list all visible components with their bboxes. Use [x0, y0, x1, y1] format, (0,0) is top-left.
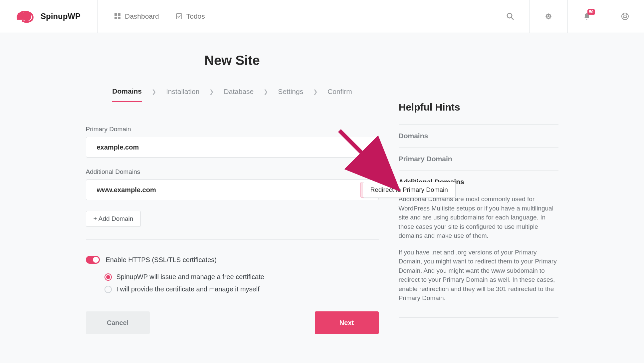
search-icon — [506, 12, 514, 20]
cert-auto-label: SpinupWP will issue and manage a free ce… — [116, 273, 264, 281]
svg-point-8 — [547, 15, 549, 17]
step-confirm[interactable]: Confirm — [327, 85, 352, 102]
chevron-right-icon: ❯ — [264, 89, 268, 98]
chevron-right-icon: ❯ — [209, 89, 214, 98]
logo[interactable]: SpinupWP — [0, 0, 98, 33]
svg-point-11 — [624, 15, 626, 18]
svg-line-14 — [623, 17, 624, 19]
nav-dashboard-label: Dashboard — [125, 12, 159, 20]
svg-point-6 — [507, 13, 512, 18]
step-domains[interactable]: Domains — [112, 85, 142, 102]
hint-domains[interactable]: Domains — [399, 124, 558, 147]
svg-line-13 — [626, 14, 627, 15]
main-column: New Site Domains ❯ Installation ❯ Databa… — [86, 53, 379, 334]
lifebuoy-icon — [621, 12, 629, 20]
svg-rect-5 — [176, 14, 182, 19]
radio-selected-icon — [105, 273, 112, 281]
step-installation[interactable]: Installation — [166, 85, 199, 102]
header-right: 50 — [491, 0, 644, 33]
hint-primary-label: Primary Domain — [399, 155, 558, 163]
hint-domains-label: Domains — [399, 132, 558, 140]
redirect-tooltip: Redirect to Primary Domain — [363, 182, 456, 198]
brand-name: SpinupWP — [41, 12, 81, 21]
nav-todos[interactable]: Todos — [176, 12, 205, 20]
app-header: SpinupWP Dashboard Todos 50 — [0, 0, 644, 33]
https-toggle-label: Enable HTTPS (SSL/TLS certificates) — [106, 256, 217, 264]
notifications-button[interactable]: 50 — [567, 0, 606, 33]
spinupwp-logo-icon — [17, 9, 35, 24]
primary-domain-group: Primary Domain — [86, 126, 379, 158]
https-toggle[interactable] — [86, 256, 100, 264]
step-database[interactable]: Database — [224, 85, 254, 102]
chevron-right-icon: ❯ — [152, 89, 156, 98]
svg-line-12 — [623, 14, 624, 15]
footer-buttons: Cancel Next — [86, 311, 379, 334]
hint-bottom-divider — [399, 317, 558, 318]
add-domain-button[interactable]: + Add Domain — [86, 211, 141, 227]
svg-point-0 — [22, 12, 31, 21]
cert-manual-radio[interactable]: I will provide the certificate and manag… — [105, 285, 379, 293]
step-settings[interactable]: Settings — [278, 85, 303, 102]
https-toggle-row: Enable HTTPS (SSL/TLS certificates) — [86, 256, 379, 264]
svg-rect-3 — [114, 17, 117, 19]
hint-p1: Additional Domains are most commonly use… — [399, 194, 558, 240]
divider — [86, 239, 379, 240]
content: New Site Domains ❯ Installation ❯ Databa… — [0, 33, 644, 334]
dashboard-icon — [114, 13, 121, 20]
additional-domain-input[interactable] — [86, 180, 379, 200]
help-button[interactable] — [606, 0, 644, 33]
svg-line-7 — [511, 17, 514, 20]
hints-title: Helpful Hints — [399, 102, 558, 113]
main-nav: Dashboard Todos — [98, 0, 491, 33]
next-button[interactable]: Next — [315, 311, 379, 334]
hint-primary-domain[interactable]: Primary Domain — [399, 147, 558, 170]
primary-domain-label: Primary Domain — [86, 126, 379, 133]
radio-unselected-icon — [105, 286, 112, 293]
additional-domains-group: Additional Domains Redirect to Primary D… — [86, 168, 379, 200]
svg-line-15 — [626, 17, 627, 19]
cert-auto-radio[interactable]: SpinupWP will issue and manage a free ce… — [105, 273, 379, 281]
primary-domain-input[interactable] — [86, 137, 379, 158]
additional-domains-label: Additional Domains — [86, 168, 379, 176]
svg-rect-1 — [114, 13, 117, 16]
settings-button[interactable] — [529, 0, 567, 33]
cert-radio-group: SpinupWP will issue and manage a free ce… — [86, 273, 379, 293]
nav-todos-label: Todos — [186, 12, 205, 20]
cert-manual-label: I will provide the certificate and manag… — [116, 285, 260, 293]
hint-p2: If you have .net and .org versions of yo… — [399, 248, 558, 303]
gear-icon — [544, 12, 552, 20]
cancel-button[interactable]: Cancel — [86, 311, 150, 334]
search-button[interactable] — [491, 0, 529, 33]
svg-rect-2 — [118, 13, 120, 16]
steps-breadcrumb: Domains ❯ Installation ❯ Database ❯ Sett… — [86, 85, 379, 102]
chevron-right-icon: ❯ — [313, 89, 318, 98]
svg-rect-4 — [118, 17, 120, 19]
page-title: New Site — [86, 53, 379, 68]
todos-icon — [176, 13, 182, 20]
nav-dashboard[interactable]: Dashboard — [114, 12, 159, 20]
notifications-badge: 50 — [587, 9, 595, 15]
